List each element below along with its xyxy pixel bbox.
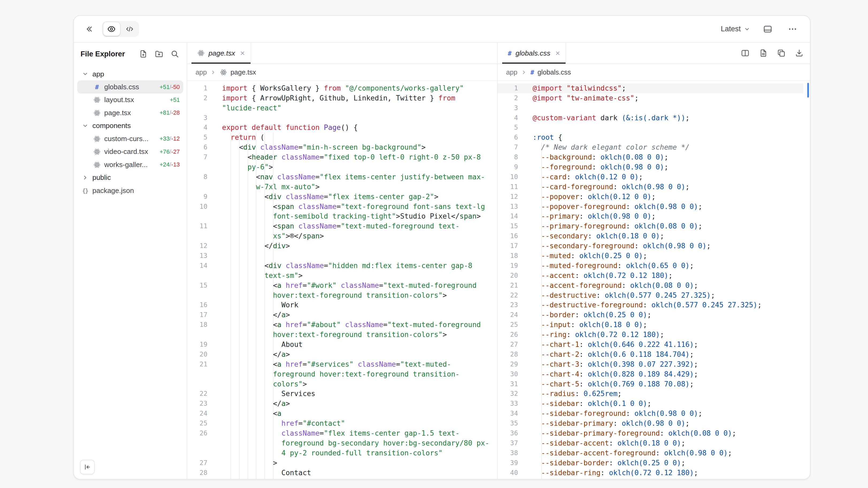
- line-content: --sidebar-primary-foreground: oklch(0.08…: [524, 428, 803, 438]
- line-number: 2: [187, 93, 213, 103]
- download-button[interactable]: [794, 48, 804, 58]
- close-icon[interactable]: ×: [240, 49, 245, 57]
- diff-stats: +33/-12: [160, 135, 183, 142]
- tab-page-tsx[interactable]: page.tsx ×: [191, 43, 251, 64]
- line-number: 30: [498, 369, 524, 379]
- collapse-panel-button[interactable]: [82, 22, 96, 36]
- scrollbar-thumb[interactable]: [807, 83, 809, 98]
- code-line: 30--chart-4: oklch(0.828 0.189 84.429);: [498, 369, 803, 379]
- code-line: 15<a href="#work" className="text-muted-…: [187, 281, 490, 300]
- code-line: 10<span className="text-foreground font-…: [187, 202, 490, 222]
- code-line: 12</div>: [187, 241, 490, 251]
- code-line: 25--input: oklch(0.18 0 0);: [498, 320, 803, 330]
- eye-icon: [107, 25, 116, 33]
- code-line: 8--background: oklch(0.08 0 0);: [498, 152, 803, 162]
- code-area-page-tsx[interactable]: 1import { WorksGallery } from "@/compone…: [187, 81, 497, 479]
- code-line: 29<ArrowUpRight className="w-4 h-4" />: [187, 478, 490, 479]
- editor-actions: [740, 43, 804, 64]
- search-icon: [170, 50, 179, 58]
- react-icon: [91, 135, 102, 142]
- tree-item-page-tsx[interactable]: page.tsx+81/-28: [77, 106, 183, 119]
- toolbar: Latest: [74, 16, 810, 43]
- open-file-button[interactable]: [758, 48, 768, 58]
- line-content: <div className="flex items-center gap-2"…: [213, 192, 490, 202]
- tree-item-package-json[interactable]: {}package.json: [77, 184, 183, 197]
- breadcrumb-folder[interactable]: app: [195, 68, 207, 76]
- line-number: 6: [498, 133, 524, 142]
- arrow-left-to-line-icon: [84, 463, 91, 470]
- css-hash-icon: #: [508, 50, 512, 56]
- tab-label: globals.css: [516, 49, 550, 58]
- line-content: --sidebar-ring: oklch(0.72 0.12 180);: [524, 468, 803, 478]
- more-menu-button[interactable]: [785, 22, 800, 36]
- code-line: 12--popover: oklch(0.12 0 0);: [498, 192, 803, 202]
- tree-item-label: video-card.tsx: [104, 148, 148, 156]
- editor-pane-globals-css: # globals.css ×: [497, 43, 810, 479]
- line-number: 22: [498, 291, 524, 300]
- line-content: </a>: [213, 350, 490, 359]
- code-toggle-button[interactable]: [121, 22, 138, 36]
- line-number: 13: [187, 251, 213, 261]
- line-number: 8: [187, 172, 213, 182]
- tree-item-video-card-tsx[interactable]: video-card.tsx+76/-27: [77, 145, 183, 158]
- react-icon: [220, 69, 227, 76]
- search-button[interactable]: [169, 49, 180, 59]
- file-plus-icon: [139, 50, 148, 58]
- line-number: 15: [498, 221, 524, 231]
- collapse-sidebar-button[interactable]: [80, 460, 95, 475]
- line-content: className="flex items-center gap-1.5 tex…: [213, 428, 490, 458]
- tab-bar-right: # globals.css ×: [498, 43, 810, 64]
- react-icon: [91, 161, 102, 168]
- code-line: 17--secondary-foreground: oklch(0.98 0 0…: [498, 241, 803, 251]
- new-folder-button[interactable]: [154, 49, 164, 59]
- tree-item-app[interactable]: app: [77, 68, 183, 80]
- code-line: 2import { ArrowUpRight, Github, Linkedin…: [187, 93, 490, 113]
- line-number: 3: [498, 103, 524, 113]
- code-line: 28Contact: [187, 468, 490, 478]
- line-number: 38: [498, 448, 524, 458]
- split-view-icon: [741, 49, 749, 58]
- line-number: 28: [187, 468, 213, 478]
- close-icon[interactable]: ×: [555, 49, 560, 57]
- new-file-button[interactable]: [138, 49, 148, 59]
- panel-bottom-button[interactable]: [761, 22, 775, 36]
- code-line: 5: [498, 123, 803, 133]
- line-number: 21: [498, 281, 524, 291]
- folder-plus-icon: [155, 50, 163, 58]
- code-line: 36--sidebar-primary-foreground: oklch(0.…: [498, 428, 803, 438]
- line-content: About: [213, 340, 490, 350]
- breadcrumb-folder[interactable]: app: [506, 68, 518, 76]
- line-number: 23: [187, 399, 213, 409]
- tab-label: page.tsx: [209, 49, 235, 58]
- copy-button[interactable]: [776, 48, 786, 58]
- code-area-globals-css[interactable]: 1@import "tailwindcss";2@import "tw-anim…: [498, 81, 810, 479]
- line-number: 26: [187, 428, 213, 438]
- tree-item-components[interactable]: components: [77, 120, 183, 132]
- code-line: 21--accent-foreground: oklch(0.08 0 0);: [498, 281, 803, 291]
- chevron-down-icon: [80, 123, 91, 129]
- code-line: 13: [187, 251, 490, 261]
- line-number: 14: [187, 261, 213, 271]
- split-view-button[interactable]: [740, 48, 750, 58]
- line-number: 40: [498, 468, 524, 478]
- code-line: 13--popover-foreground: oklch(0.98 0 0);: [498, 202, 803, 212]
- line-number: 9: [498, 162, 524, 172]
- chevron-down-icon: [80, 71, 91, 77]
- code-line: 6:root {: [498, 133, 803, 142]
- tab-globals-css[interactable]: # globals.css ×: [502, 43, 566, 64]
- version-dropdown[interactable]: Latest: [721, 25, 750, 33]
- line-content: --input: oklch(0.18 0 0);: [524, 320, 803, 330]
- code-line: 14--primary: oklch(0.98 0 0);: [498, 212, 803, 221]
- tree-item-custom-curs[interactable]: custom-curs...+33/-12: [77, 132, 183, 145]
- tree-item-layout-tsx[interactable]: layout.tsx+51: [77, 94, 183, 106]
- line-content: --sidebar-accent-foreground: oklch(0.98 …: [524, 448, 803, 458]
- preview-toggle-button[interactable]: [103, 22, 120, 36]
- tree-item-globals-css[interactable]: #globals.css+51/-50: [77, 80, 183, 93]
- line-number: 9: [187, 192, 213, 202]
- tree-item-public[interactable]: public: [77, 171, 183, 184]
- line-content: --accent-foreground: oklch(0.08 0 0);: [524, 281, 803, 291]
- code-line: 4@custom-variant dark (&:is(.dark *));: [498, 113, 803, 123]
- line-content: [524, 103, 803, 113]
- line-content: <span className="text-muted-foreground t…: [213, 221, 490, 241]
- tree-item-works-galler[interactable]: works-galler...+24/-13: [77, 158, 183, 171]
